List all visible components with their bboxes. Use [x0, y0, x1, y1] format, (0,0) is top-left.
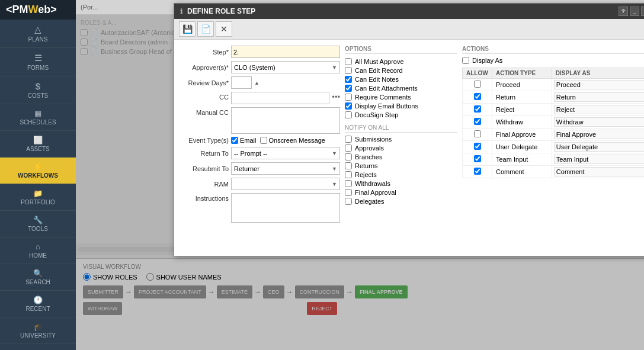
costs-icon: $ [36, 81, 40, 91]
allow-reject[interactable] [474, 105, 481, 113]
action-row-comment: Comment [463, 166, 645, 178]
instructions-input[interactable] [231, 193, 340, 223]
save-button[interactable]: 💾 [179, 21, 196, 37]
sidebar-item-workflows[interactable]: ⚡ WORKFLOWS [0, 158, 76, 184]
allow-final-approve[interactable] [474, 130, 481, 137]
opt-can-edit-attachments-check[interactable] [345, 85, 352, 92]
modal-title: DEFINE ROLE STEP [187, 7, 255, 15]
event-email-check[interactable] [231, 137, 238, 144]
main-content: (Por... ROLES & A... 📄 AutorizacionSAF (… [76, 0, 644, 350]
sidebar-item-assets[interactable]: ⬜ ASSETS [0, 131, 76, 158]
sidebar-item-university[interactable]: 🎓 UNIVERSITY [0, 317, 76, 344]
sidebar-item-recent[interactable]: 🕐 RECENT [0, 291, 76, 317]
display-user-delegate[interactable] [554, 142, 644, 152]
modal-help-btn[interactable]: ? [619, 7, 628, 16]
opt-require-comments-check[interactable] [345, 94, 352, 101]
notify-approvals[interactable] [345, 145, 352, 152]
step-label: Step* [180, 49, 229, 56]
resubmit-to-select[interactable]: Returner ▼ [231, 162, 340, 175]
manual-cc-input[interactable] [231, 107, 340, 134]
cancel-button[interactable]: ✕ [216, 21, 232, 37]
notify-submissions[interactable] [345, 136, 352, 143]
actions-table: ALLOW ACTION TYPE DISPLAY AS Proceed [462, 68, 644, 178]
action-row-user-delegate: User Delegate [463, 141, 645, 153]
notify-delegates[interactable] [345, 198, 352, 205]
notify-final-approval[interactable] [345, 189, 352, 196]
review-days-input[interactable] [231, 76, 252, 89]
event-onscreen-check[interactable] [260, 137, 267, 144]
sidebar-item-plans[interactable]: △ PLANS [0, 20, 76, 48]
display-team-input[interactable] [554, 155, 644, 164]
modal-restore-btn[interactable]: □ [641, 7, 644, 16]
event-email-label[interactable]: Email [231, 137, 257, 144]
display-proceed[interactable] [554, 80, 644, 89]
forms-icon: ☰ [34, 53, 42, 63]
sidebar-item-tools[interactable]: 🔧 TOOLS [0, 211, 76, 237]
approvers-select[interactable]: CLO (System) ▼ [231, 61, 340, 73]
approvers-arrow: ▼ [332, 65, 337, 70]
display-withdraw[interactable] [554, 117, 644, 127]
ram-arrow: ▼ [332, 181, 337, 187]
ram-select[interactable]: ▼ [231, 178, 340, 190]
modal-toolbar: 💾 📄 ✕ [174, 19, 644, 40]
sidebar-item-search[interactable]: 🔍 SEARCH [0, 264, 76, 291]
options-title: OPTIONS [345, 46, 457, 54]
return-to-select[interactable]: -- Prompt -- ▼ [231, 147, 340, 159]
allow-team-input[interactable] [474, 155, 481, 162]
display-comment[interactable] [554, 167, 644, 176]
notify-returns[interactable] [345, 162, 352, 169]
sidebar-item-exit[interactable]: → EXIT [0, 344, 76, 350]
form-section: Step* Approver(s)* CLO (System) ▼ Review… [180, 46, 340, 250]
opt-all-must-approve-check[interactable] [345, 58, 352, 65]
sidebar-item-costs[interactable]: $ COSTS [0, 76, 76, 104]
allow-comment[interactable] [474, 168, 481, 175]
notify-withdrawals[interactable] [345, 180, 352, 187]
logo: <PMWeb> [0, 0, 76, 20]
allow-return[interactable] [474, 93, 481, 100]
sidebar: <PMWeb> △ PLANS ☰ FORMS $ COSTS ▦ SCHEDU… [0, 0, 76, 350]
allow-withdraw[interactable] [474, 118, 481, 125]
allow-proceed[interactable] [474, 81, 481, 88]
actions-title: ACTIONS [462, 46, 644, 54]
manual-cc-label: Manual CC [180, 107, 229, 116]
display-final-approve[interactable] [554, 130, 644, 139]
sidebar-item-portfolio[interactable]: 📁 PORTFOLIO [0, 184, 76, 211]
resubmit-to-arrow: ▼ [332, 166, 337, 172]
opt-can-edit-attachments: Can Edit Attachments [345, 85, 457, 92]
export-button[interactable]: 📄 [197, 21, 214, 37]
event-type-label: Event Type(s) [180, 137, 229, 144]
action-row-proceed: Proceed [463, 79, 645, 91]
opt-require-comments: Require Comments [345, 94, 457, 101]
review-days-up[interactable]: ▲ [254, 80, 259, 86]
display-as-check[interactable] [462, 57, 469, 64]
opt-can-edit-notes-check[interactable] [345, 76, 352, 83]
col-action-type: ACTION TYPE [492, 68, 552, 79]
sidebar-item-home[interactable]: ⌂ HOME [0, 237, 76, 264]
opt-docusign-check[interactable] [345, 111, 352, 118]
display-return[interactable] [554, 92, 644, 102]
opt-can-edit-record-check[interactable] [345, 67, 352, 74]
sidebar-item-forms[interactable]: ☰ FORMS [0, 48, 76, 76]
opt-can-edit-notes: Can Edit Notes [345, 76, 457, 83]
notify-rejects[interactable] [345, 171, 352, 178]
modal-title-icon: ℹ [180, 8, 182, 15]
notify-branches[interactable] [345, 153, 352, 160]
display-reject[interactable] [554, 105, 644, 114]
opt-display-email-check[interactable] [345, 102, 352, 110]
action-row-team-input: Team Input [463, 153, 645, 166]
review-days-label: Review Days* [180, 79, 229, 86]
search-icon: 🔍 [33, 269, 43, 278]
action-row-final-approve: Final Approve [463, 129, 645, 141]
actions-section: ACTIONS Display As ALLOW ACTION TYPE DIS… [462, 46, 644, 250]
opt-docusign: DocuSign Step [345, 111, 457, 118]
modal-body: Step* Approver(s)* CLO (System) ▼ Review… [174, 40, 644, 256]
cc-dots-btn[interactable]: ••• [332, 92, 340, 101]
logo-text: <PMWeb> [6, 4, 57, 16]
cc-input[interactable] [231, 92, 329, 104]
sidebar-item-schedules[interactable]: ▦ SCHEDULES [0, 104, 76, 131]
event-onscreen-label[interactable]: Onscreen Message [260, 137, 325, 144]
modal-minimize-btn[interactable]: _ [630, 7, 639, 16]
step-input[interactable] [231, 46, 340, 58]
action-row-return: Return [463, 91, 645, 104]
allow-user-delegate[interactable] [474, 143, 481, 150]
